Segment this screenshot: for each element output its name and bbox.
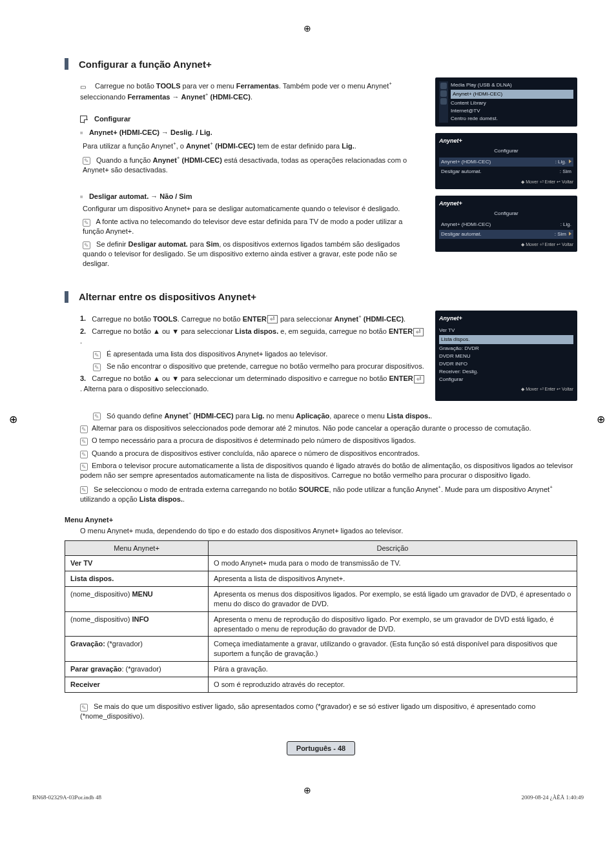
text-bold: ENTER	[389, 374, 413, 382]
osd-lista-dispos: Anynet+ Ver TV Lista dispos. Gravação: D…	[435, 311, 577, 401]
text: , não pode utilizar a função Anynet	[329, 485, 438, 493]
osd-row-selected: Anynet+ (HDMI-CEC) : Lig.	[439, 158, 573, 167]
osd-configurar-2: Anynet+ Configurar Anynet+ (HDMI-CEC) : …	[435, 196, 577, 252]
table-row: (nome_dispositivo) MENU Apresenta os men…	[65, 587, 577, 612]
note-icon: ✎	[93, 363, 101, 371]
text: O tempo necessário para a procura de dis…	[92, 436, 416, 444]
cell-bold: Gravação:	[70, 640, 105, 648]
bottom-note-2: ✎O tempo necessário para a procura de di…	[80, 436, 577, 445]
text: utilizando a opção	[80, 495, 139, 503]
text: para ver o menu	[181, 82, 236, 90]
text: para	[188, 240, 206, 248]
item-desligar-note2: ✎ Se definir Desligar automat. para Sim,…	[83, 240, 425, 269]
text: Só quando define	[107, 411, 164, 419]
item-anynet-note: ✎ Quando a função Anynet+ (HDMI-CEC) est…	[83, 154, 425, 175]
text-bold: Ferramentas	[236, 82, 279, 90]
print-crosshair-bottom: ⊕	[303, 785, 313, 794]
cell: Ver TV	[70, 559, 92, 567]
text-bold: Anynet	[164, 411, 188, 419]
text: seleccionando	[80, 93, 127, 101]
bottom-note-1: ✎Alternar para os dispositivos seleccion…	[80, 424, 577, 433]
item-anynet-hdmi: ■ Anynet+ (HDMI-CEC) → Deslig. / Lig.	[80, 128, 425, 138]
osd-head: Configurar	[439, 210, 573, 218]
note-icon: ✎	[80, 704, 88, 711]
section-heading-alternar: Alternar entre os dispositivos Anynet+	[65, 291, 577, 303]
text: . Também pode ver o menu Anynet	[279, 82, 389, 90]
item-title: Desligar automat. → Não / Sim	[89, 192, 192, 200]
note-icon: ✎	[83, 157, 90, 165]
text-bold: Lig.	[342, 142, 354, 150]
step-1: 1. Carregue no botão TOOLS. Carregue no …	[80, 313, 425, 324]
table-row: Receiver O som é reproduzido através do …	[65, 677, 577, 692]
square-icon	[80, 116, 87, 123]
table-row: Lista dispos. Apresenta a lista de dispo…	[65, 571, 577, 587]
text-bold: Lista dispos.	[139, 495, 183, 503]
osd-item: Configurar	[439, 376, 573, 384]
cell: O som é reproduzido através do receptor.	[209, 677, 577, 692]
osd-row: Anynet+ (HDMI-CEC) : Lig.	[439, 220, 573, 229]
text-bold: (HDMI-CEC)	[180, 156, 221, 163]
page-number-pill: Português - 48	[287, 741, 355, 755]
note-icon: ✎	[80, 486, 88, 494]
text: Carregue no botão	[95, 82, 156, 90]
text-bold: Sim	[206, 240, 219, 248]
table-header-1: Menu Anynet+	[65, 540, 209, 556]
text: Carregue no botão	[92, 314, 153, 322]
text: . Alterna para o dispositivo seleccionad…	[80, 385, 209, 393]
text-bold: Desligar automat.	[128, 240, 188, 248]
text: Alternar para os dispositivos selecciona…	[92, 424, 531, 432]
step-3: 3. Carregue no botão ▲ ou ▼ para selecci…	[80, 374, 425, 394]
text: .	[251, 93, 252, 101]
table-header-2: Descrição	[209, 540, 577, 556]
osd-head: Configurar	[439, 147, 573, 155]
text-bold: Ferramentas	[127, 93, 170, 101]
osd-brand: Anynet+	[439, 200, 462, 207]
text-bold: Lista dispos.	[235, 327, 278, 335]
text-bold: Lig.	[252, 411, 265, 419]
menu-anynet-table: Menu Anynet+ Descrição Ver TV O modo Any…	[65, 540, 577, 693]
osd-item: Receiver: Deslig.	[439, 368, 573, 376]
osd-value: : Lig.	[560, 221, 571, 229]
table-row: Gravação: (*gravador) Começa imediatamen…	[65, 637, 577, 662]
table-row: Ver TV O modo Anynet+ muda para o modo d…	[65, 556, 577, 571]
note-icon: ✎	[80, 425, 88, 433]
section-bar	[65, 58, 68, 70]
section-title: Alternar entre os dispositivos Anynet+	[79, 291, 256, 302]
osd-brand: Anynet+	[439, 138, 462, 144]
osd-item: Gravação: DVDR	[439, 345, 573, 353]
osd-item-selected: Anynet+ (HDMI-CEC)	[451, 90, 573, 99]
item-desligar-note1: ✎ A fonte activa no telecomando do telev…	[83, 217, 425, 237]
text-bold: (HDMI-CEC)	[213, 142, 255, 150]
step-3-note1: ✎ Só quando define Anynet+ (HDMI-CEC) pa…	[93, 410, 577, 421]
cell: (*gravador)	[105, 640, 143, 648]
footer-right: 2009-08-24 ¿ÀÈÄ 1:40:49	[522, 794, 584, 801]
text: .	[404, 314, 406, 322]
text-bold: Lista dispos.	[387, 411, 430, 419]
text: .	[354, 142, 356, 150]
text: e, em seguida, carregue no botão	[278, 327, 389, 335]
step-2-note1: ✎ É apresentada uma lista dos dispositiv…	[93, 349, 425, 359]
bullet-icon: ■	[80, 130, 83, 136]
cell-bold: MENU	[132, 590, 152, 598]
footer-left: BN68-02329A-03Por.indb 48	[32, 794, 101, 801]
text: para seleccionar	[278, 314, 334, 322]
osd-value: : Sim	[555, 231, 566, 237]
osd-label: Anynet+ (HDMI-CEC)	[441, 158, 491, 166]
bottom-note-5: ✎ Se seleccionou o modo de entrada exter…	[80, 484, 577, 504]
table-row: (nome_dispositivo) INFO Apresenta o menu…	[65, 611, 577, 637]
text-bold: (HDMI-CEC)	[191, 411, 233, 419]
section-title: Configurar a função Anynet+	[79, 59, 212, 70]
text: . Mude para um dispositivo Anynet	[441, 485, 549, 493]
cell: Apresenta os menus dos dispositivos liga…	[209, 587, 577, 612]
text-bold: Anynet	[334, 314, 358, 322]
osd-value: : Sim	[560, 168, 571, 176]
osd-footer: ◆ Mover ⏎ Enter ↩ Voltar	[439, 386, 573, 393]
triangle-icon	[569, 159, 571, 163]
text: Carregue no botão ▲ ou ▼ para selecciona…	[92, 374, 389, 382]
section-bar	[65, 291, 68, 303]
text-bold: ENTER	[243, 314, 267, 322]
text: Quando a função	[96, 156, 152, 163]
text: A fonte activa no telecomando do televis…	[83, 218, 402, 235]
text: É apresentada uma lista dos dispositivos…	[107, 350, 327, 358]
note-icon: ✎	[80, 451, 88, 458]
